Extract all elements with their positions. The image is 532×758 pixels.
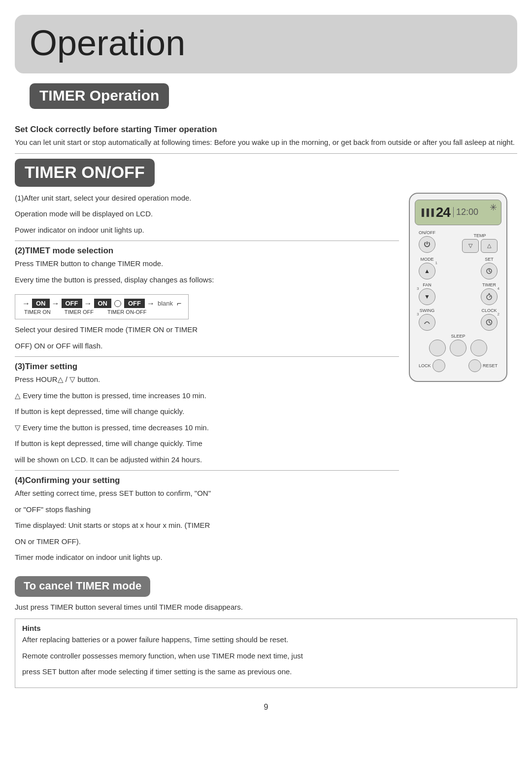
cancel-title: To cancel TIMER mode <box>24 580 141 592</box>
btn-fan[interactable]: ▼ <box>419 288 435 305</box>
step3-line2: △ Every time the button is pressed, time… <box>15 390 399 402</box>
remote-col-mode: MODE ▲ 1 <box>419 257 435 279</box>
step4-line3: Time displayed: Unit starts or stops at … <box>15 520 399 531</box>
label-mode: MODE <box>421 257 434 262</box>
intro-body: You can let unit start or stop automatic… <box>15 137 517 148</box>
hints-line3: press SET button after mode selecting if… <box>22 666 510 678</box>
intro-section: Set Clock correctly before starting Time… <box>15 125 517 154</box>
label-fan: FAN <box>423 282 432 287</box>
set-clock-subtitle: Set Clock correctly before starting Time… <box>15 125 517 135</box>
timer-num: 4 <box>498 286 499 291</box>
btn-temp-up[interactable]: △ <box>481 239 498 253</box>
fan-num: 3 <box>417 286 419 291</box>
display-left: ▐▐▐ 24 12:00 <box>419 205 478 220</box>
step3-line5: If button is kept depressed, time will c… <box>15 438 399 449</box>
page-header: Operation <box>15 15 517 73</box>
label-temp: TEMP <box>473 233 486 238</box>
timer-onoff-title: TIMER ON/OFF <box>25 163 145 181</box>
btn-temp-down[interactable]: ▽ <box>462 239 479 253</box>
hints-line1: After replacing batteries or a power fai… <box>22 634 510 646</box>
btn-set[interactable] <box>481 263 498 279</box>
temp-btn-group: ▽ △ <box>462 239 498 253</box>
timer-operation-header: TIMER Operation <box>15 83 517 118</box>
step4-block: (4)Confirming your setting After setting… <box>15 476 399 563</box>
flow-off1: OFF <box>62 299 82 308</box>
btn-sleep2[interactable] <box>450 340 466 356</box>
step2-line3: Select your desired TIMER mode (TIMER ON… <box>15 324 399 336</box>
remote-row4: SWING 3 CLOCK <box>415 308 501 331</box>
btn-clock[interactable] <box>481 314 498 331</box>
hints-line2: Remote controller possesses memory funct… <box>22 651 510 662</box>
btn-sleep1[interactable] <box>429 340 446 356</box>
step3-line6: will be shown on LCD. It can be adjusted… <box>15 454 399 466</box>
label-lock: LOCK <box>419 363 431 368</box>
step2-block: (2)TIMET mode selection Press TIMER butt… <box>15 246 399 357</box>
timer-operation-title: TIMER Operation <box>39 87 159 103</box>
remote-col: ▐▐▐ 24 12:00 ✳ ON/OFF <box>409 193 517 568</box>
lock-group: LOCK <box>419 359 445 372</box>
svg-line-6 <box>489 296 491 297</box>
btn-lock[interactable] <box>432 359 445 372</box>
divider3 <box>15 356 399 357</box>
arrow2: → <box>84 299 92 308</box>
step2-line1: Press TIMER button to change TIMER mode. <box>15 258 399 270</box>
step2-line2: Every time the button is pressed, displa… <box>15 275 399 286</box>
step4-title: (4)Confirming your setting <box>15 476 399 485</box>
signal-icon: ▐▐▐ <box>419 208 434 216</box>
remote-row1: ON/OFF TEMP ▽ △ <box>415 230 501 253</box>
remote-col-set: SET <box>481 257 498 279</box>
flow-label-on-off: TIMER ON-OFF <box>107 309 146 315</box>
remote-row6: LOCK RESET <box>415 359 501 372</box>
step4-line4: ON or TIMER OFF). <box>15 536 399 548</box>
timer-btn-wrap: 4 <box>481 288 498 305</box>
btn-onoff[interactable] <box>419 236 435 253</box>
label-sleep: SLEEP <box>451 334 465 339</box>
cancel-section: To cancel TIMER mode Just press TIMER bu… <box>15 576 517 613</box>
flow-label-on: TIMER ON <box>24 309 51 315</box>
step1-block: (1)After unit start, select your desired… <box>15 193 399 241</box>
page-number: 9 <box>0 698 532 722</box>
flow-labels: TIMER ON TIMER OFF TIMER ON-OFF <box>24 309 181 315</box>
mode-btn-wrap: ▲ 1 <box>419 263 435 279</box>
svg-line-9 <box>489 322 491 323</box>
flow-blank: blank <box>158 300 173 307</box>
clock-num: 2 <box>498 312 499 316</box>
step3-line1: Press HOUR△ / ▽ button. <box>15 374 399 385</box>
swing-num: 3 <box>417 312 419 316</box>
hints-box: Hints After replacing batteries or a pow… <box>15 619 517 688</box>
remote-col-fan: FAN ▼ 3 <box>419 282 435 305</box>
hints-title: Hints <box>22 624 510 632</box>
remote-col-timer: TIMER 4 <box>481 282 498 305</box>
btn-swing[interactable] <box>419 314 435 331</box>
btn-reset[interactable] <box>468 359 481 372</box>
timer-operation-section-header: TIMER Operation <box>30 83 169 109</box>
set-btn-wrap <box>481 263 498 279</box>
btn-mode[interactable]: ▲ <box>419 263 435 279</box>
flow-circle-icon <box>114 300 121 307</box>
arrow1: → <box>52 299 60 308</box>
set-icon <box>486 268 493 275</box>
reset-group: RESET <box>468 359 498 372</box>
flow-on1: ON <box>32 299 50 308</box>
btn-sleep3[interactable] <box>470 340 487 356</box>
remote-display: ▐▐▐ 24 12:00 ✳ <box>415 200 501 225</box>
remote-row5: SLEEP <box>415 334 501 356</box>
label-clock: CLOCK <box>481 308 497 313</box>
timer-onoff-header-wrap: TIMER ON/OFF <box>15 159 517 187</box>
label-onoff: ON/OFF <box>419 230 435 235</box>
step2-title: (2)TIMET mode selection <box>15 246 399 256</box>
svg-line-2 <box>489 271 491 272</box>
label-set: SET <box>485 257 494 262</box>
timer-flow-box: → ON → OFF → ON OFF → blank ⌐ TIMER ON <box>15 294 189 319</box>
flow-label-off: TIMER OFF <box>65 309 94 315</box>
flow-circle-wrap <box>114 300 121 307</box>
main-left-col: (1)After unit start, select your desired… <box>15 193 399 568</box>
remote-col-sleep: SLEEP <box>429 334 487 356</box>
step4-line5: Timer mode indicator on indoor unit ligh… <box>15 552 399 563</box>
temp-arrows: TEMP ▽ △ <box>462 230 498 253</box>
step4-line1: After setting correct time, press SET bu… <box>15 488 399 499</box>
step3-title: (3)Timer setting <box>15 362 399 372</box>
step3-line4: ▽ Every time the button is pressed, time… <box>15 422 399 434</box>
label-reset: RESET <box>483 363 498 368</box>
btn-timer[interactable] <box>481 288 498 305</box>
